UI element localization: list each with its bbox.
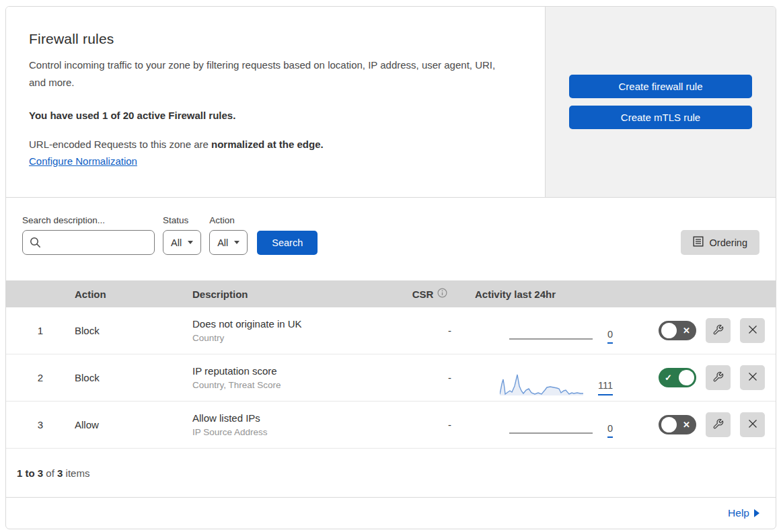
rule-description-cell: Allow listed IPs IP Source Address (192, 412, 396, 437)
search-icon (30, 237, 41, 251)
rule-description-cell: Does not originate in UK Country (192, 318, 396, 343)
activity-count-link[interactable]: 0 (607, 330, 613, 344)
pagination-of: of (46, 467, 54, 479)
pagination-total: 3 (57, 467, 63, 479)
rule-activity-cell: 0 (463, 330, 618, 344)
rule-fields: Country (192, 333, 396, 343)
action-label: Action (209, 215, 248, 225)
edit-rule-button[interactable] (706, 318, 731, 343)
rule-controls: ✓ (618, 365, 776, 390)
wrench-icon (712, 371, 724, 385)
status-filter-group: Status All (163, 215, 201, 255)
rule-priority: 1 (6, 325, 75, 336)
rule-description: Does not originate in UK (192, 318, 396, 330)
status-select-value: All (171, 237, 182, 248)
toggle-check-icon: ✓ (665, 373, 672, 383)
search-button[interactable]: Search (257, 231, 318, 255)
create-mtls-rule-button[interactable]: Create mTLS rule (569, 106, 752, 129)
rule-fields: Country, Threat Score (192, 380, 396, 390)
rule-action: Allow (75, 419, 192, 430)
edit-rule-button[interactable] (706, 365, 731, 390)
normalization-statement: URL-encoded Requests to this zone are no… (29, 139, 525, 150)
search-input[interactable] (22, 230, 155, 255)
usage-statement: You have used 1 of 20 active Firewall ru… (29, 110, 525, 121)
filter-bar: Search description... Status All Action … (6, 198, 776, 280)
delete-rule-button[interactable] (740, 365, 765, 390)
page-description: Control incoming traffic to your zone by… (29, 56, 508, 92)
rule-csr-value: - (396, 325, 463, 336)
rule-description: IP reputation score (192, 365, 396, 377)
action-column-header: Action (75, 289, 192, 300)
action-select[interactable]: All (209, 230, 248, 255)
rule-priority: 3 (6, 419, 75, 430)
action-filter-group: Action All (209, 215, 248, 255)
rule-controls: ✕ (618, 318, 776, 343)
ordering-list-icon (693, 236, 704, 249)
actions-panel: Create firewall rule Create mTLS rule (546, 7, 776, 197)
toggle-x-icon: ✕ (683, 420, 690, 430)
rule-description: Allow listed IPs (192, 412, 396, 424)
configure-normalization-link[interactable]: Configure Normalization (29, 155, 137, 167)
status-select[interactable]: All (163, 230, 201, 255)
csr-column-header: CSR (396, 288, 463, 300)
pagination-items: items (66, 467, 90, 479)
delete-rule-button[interactable] (740, 318, 765, 343)
table-header-row: Action Description CSR Activity last 24h… (6, 280, 776, 307)
chevron-down-icon (234, 241, 239, 244)
activity-count-link[interactable]: 111 (598, 381, 613, 395)
rule-csr-value: - (396, 419, 463, 430)
rule-description-cell: IP reputation score Country, Threat Scor… (192, 365, 396, 390)
chevron-right-icon (754, 509, 759, 517)
rule-enabled-toggle[interactable]: ✕ (659, 415, 696, 434)
rule-action: Block (75, 325, 192, 336)
activity-sparkline-flat (509, 338, 593, 340)
activity-sparkline-chart (500, 373, 583, 395)
rule-enabled-toggle[interactable]: ✓ (659, 368, 696, 387)
pagination-summary: 1 to 3 of 3 items (6, 449, 776, 497)
search-label: Search description... (22, 215, 155, 225)
normalization-prefix: URL-encoded Requests to this zone are (29, 139, 211, 150)
table-row: 1 Block Does not originate in UK Country… (6, 307, 776, 354)
wrench-icon (712, 324, 724, 338)
table-row: 3 Allow Allow listed IPs IP Source Addre… (6, 402, 776, 449)
create-firewall-rule-button[interactable]: Create firewall rule (569, 75, 752, 98)
close-icon (747, 324, 758, 337)
rule-enabled-toggle[interactable]: ✕ (659, 321, 696, 340)
rule-action: Block (75, 372, 192, 383)
rule-fields: IP Source Address (192, 427, 396, 437)
help-link[interactable]: Help (728, 507, 759, 519)
ordering-button[interactable]: Ordering (681, 230, 759, 255)
search-field-wrap (22, 230, 155, 255)
ordering-button-label: Ordering (710, 237, 747, 248)
rule-csr-value: - (396, 372, 463, 383)
help-row: Help (6, 497, 776, 529)
firewall-info-card: Firewall rules Control incoming traffic … (6, 7, 546, 197)
page-header-section: Firewall rules Control incoming traffic … (6, 7, 776, 198)
pagination-range: 1 to 3 (17, 467, 43, 479)
delete-rule-button[interactable] (740, 412, 765, 437)
rule-activity-cell: 111 (463, 373, 618, 395)
firewall-rules-page: Firewall rules Control incoming traffic … (5, 6, 776, 529)
toggle-x-icon: ✕ (683, 326, 690, 336)
activity-sparkline-flat (509, 432, 593, 434)
normalization-bold: normalized at the edge. (211, 139, 324, 150)
search-group: Search description... (22, 215, 155, 255)
help-link-label: Help (728, 507, 749, 519)
wrench-icon (712, 418, 724, 432)
toggle-knob (661, 323, 677, 338)
description-column-header: Description (192, 289, 396, 300)
toggle-knob (661, 417, 677, 432)
chevron-down-icon (188, 241, 193, 244)
activity-count-link[interactable]: 0 (607, 424, 613, 439)
rule-activity-cell: 0 (463, 424, 618, 439)
rule-controls: ✕ (618, 412, 776, 437)
page-title: Firewall rules (29, 31, 525, 47)
edit-rule-button[interactable] (706, 412, 731, 437)
table-row: 2 Block IP reputation score Country, Thr… (6, 354, 776, 402)
info-icon[interactable] (437, 288, 447, 300)
csr-column-label: CSR (412, 289, 434, 300)
toggle-knob (679, 370, 694, 385)
action-select-value: All (217, 237, 228, 248)
status-label: Status (163, 215, 201, 225)
close-icon (747, 371, 758, 384)
